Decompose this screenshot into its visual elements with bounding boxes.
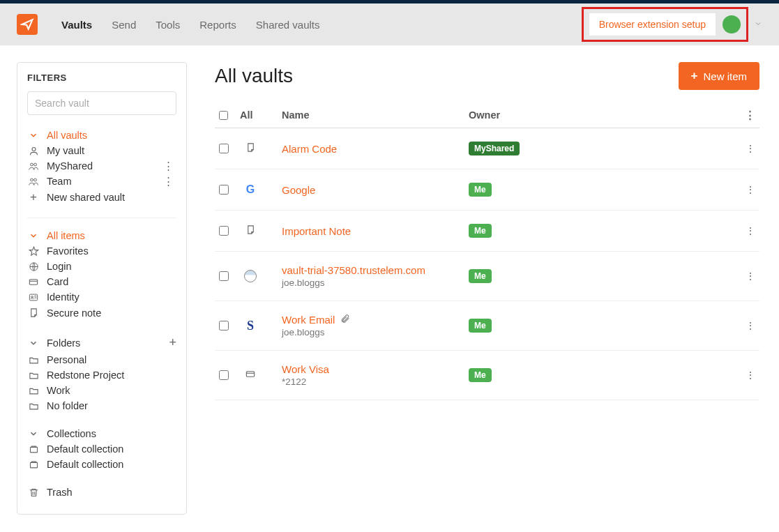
sidebar-item-type-label: Identity [47,291,80,303]
collections-label: Collections [47,428,96,439]
item-title-link[interactable]: Important Note [282,225,469,237]
chevron-down-icon [27,429,40,439]
sidebar-folder-label: No folder [47,400,88,411]
nav-item-shared-vaults[interactable]: Shared vaults [256,19,320,31]
table-row: GGoogleMe⋮ [215,169,759,211]
owner-badge: Me [469,269,492,283]
id-icon [27,292,40,303]
sidebar-item-type-label: Secure note [47,307,101,319]
avatar[interactable] [723,15,741,33]
all-items-label: All items [47,230,85,241]
row-actions-icon[interactable]: ⋮ [734,320,755,331]
folders-label: Folders [47,337,80,349]
row-checkbox[interactable] [219,321,229,330]
search-input[interactable] [27,91,176,115]
svg-rect-7 [29,294,37,301]
collection-icon [27,444,40,455]
item-subtitle: *2122 [282,377,469,387]
col-owner-header[interactable]: Owner [469,109,734,121]
nav-item-send[interactable]: Send [112,19,136,31]
sidebar-folder-work[interactable]: Work [27,383,176,398]
row-checkbox[interactable] [219,271,229,281]
card-icon [27,277,40,287]
add-folder-button[interactable]: + [169,335,176,350]
collections-header[interactable]: Collections [27,426,176,441]
browser-extension-highlight: Browser extension setup [582,7,748,42]
svg-point-4 [34,178,37,181]
sidebar-item-type-identity[interactable]: Identity [27,289,176,305]
row-actions-icon[interactable]: ⋮ [734,370,755,381]
row-menu-icon[interactable]: ⋮ [160,160,176,172]
owner-badge: Me [469,368,492,382]
item-title-link[interactable]: Work Email [282,314,469,326]
sidebar-item-type-login[interactable]: Login [27,259,176,274]
chevron-down-icon [27,338,40,348]
svg-point-0 [32,147,36,151]
row-actions-icon[interactable]: ⋮ [734,225,755,236]
nav-item-tools[interactable]: Tools [156,19,180,31]
item-title-link[interactable]: vault-trial-37580.trustelem.com [282,264,469,276]
sidebar-vault-label: Team [47,176,71,187]
user-menu-chevron-icon[interactable] [754,19,762,30]
sidebar-folder-personal[interactable]: Personal [27,352,176,367]
plus-icon: + [691,69,698,83]
row-actions-icon[interactable]: ⋮ [734,271,755,282]
svg-rect-6 [29,279,37,284]
sidebar-folder-label: Work [47,385,70,396]
nav-item-reports[interactable]: Reports [199,19,236,31]
row-checkbox[interactable] [219,185,229,195]
sidebar-item-type-card[interactable]: Card [27,274,176,289]
item-title-link[interactable]: Google [282,184,469,196]
sidebar-folder-no-folder[interactable]: No folder [27,398,176,413]
sidebar-item-type-label: Favorites [47,245,89,257]
filters-title: FILTERS [27,73,176,83]
nav-item-vaults[interactable]: Vaults [61,19,92,31]
sidebar-vault-my-vault[interactable]: My vault [27,143,176,158]
sidebar-collection-default-collection[interactable]: Default collection [27,457,176,472]
sidebar-vault-myshared[interactable]: MyShared⋮ [27,158,176,174]
col-all-label[interactable]: All [240,109,282,121]
item-title-link[interactable]: Alarm Code [282,143,469,155]
header-actions-icon[interactable]: ⋮ [734,109,755,121]
row-menu-icon[interactable]: ⋮ [160,176,176,187]
chevron-down-icon [27,130,40,140]
row-checkbox[interactable] [219,144,229,153]
user-icon [27,146,40,156]
item-title-link[interactable]: Work Visa [282,363,469,375]
sidebar-collection-default-collection[interactable]: Default collection [27,441,176,457]
app-logo[interactable] [17,14,38,35]
sidebar-vault-team[interactable]: Team⋮ [27,174,176,189]
all-items-header[interactable]: All items [27,228,176,243]
all-vaults-header[interactable]: All vaults [27,128,176,143]
row-checkbox[interactable] [219,226,229,236]
main-content: All vaults + New item All Name Owner ⋮ A… [195,45,779,531]
all-vaults-label: All vaults [47,130,87,141]
col-name-header[interactable]: Name [282,109,469,121]
browser-extension-setup-button[interactable]: Browser extension setup [589,13,716,36]
sidebar-item-type-favorites[interactable]: Favorites [27,243,176,259]
svg-point-1 [31,163,33,166]
sidebar-item-trash[interactable]: Trash [27,485,176,500]
sidebar-item-type-secure-note[interactable]: Secure note [27,305,176,321]
svg-rect-11 [246,372,254,377]
svg-rect-10 [30,462,37,468]
folder-icon [27,370,40,381]
folders-header[interactable]: Folders + [27,333,176,352]
sidebar-folder-redstone-project[interactable]: Redstone Project [27,367,176,383]
sidebar-vault-new-shared-vault[interactable]: +New shared vault [27,189,176,205]
attachment-icon [340,314,350,326]
row-actions-icon[interactable]: ⋮ [734,184,755,195]
svg-point-3 [31,178,33,181]
table-row: Work Visa*2122Me⋮ [215,351,759,400]
item-subtitle: joe.bloggs [282,278,469,288]
sidebar-vault-label: New shared vault [47,192,125,203]
sidebar-item-type-label: Card [47,276,68,287]
row-checkbox[interactable] [219,370,229,380]
note-icon [27,307,40,319]
trash-icon [27,487,40,498]
table-row: Alarm CodeMyShared⋮ [215,128,759,169]
select-all-checkbox[interactable] [219,111,228,120]
star-icon [27,246,40,257]
new-item-button[interactable]: + New item [679,62,759,90]
row-actions-icon[interactable]: ⋮ [734,143,755,154]
